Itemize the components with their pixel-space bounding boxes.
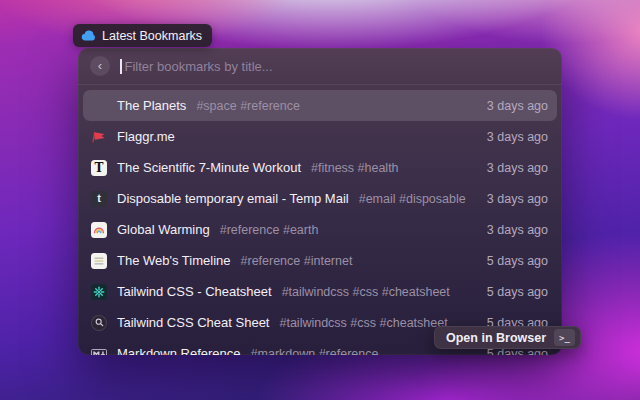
bookmark-tags: #reference #earth <box>220 223 319 237</box>
bookmark-row[interactable]: Flaggr.me 3 days ago <box>83 121 557 152</box>
bookmark-tags: #reference #internet <box>241 254 353 268</box>
tempmail-favicon: t <box>91 191 107 207</box>
timeline-favicon <box>91 253 107 269</box>
bookmark-row[interactable]: Global Warming #reference #earth 3 days … <box>83 214 557 245</box>
open-in-browser-button[interactable]: Open in Browser >_ <box>434 326 581 349</box>
bookmark-title: Markdown Reference <box>117 346 241 355</box>
bookmark-time: 3 days ago <box>487 161 548 175</box>
bookmark-tags: #space #reference <box>196 99 300 113</box>
flag-icon <box>91 129 107 145</box>
back-button[interactable]: ‹ <box>90 56 110 76</box>
bookmark-time: 3 days ago <box>487 223 548 237</box>
bookmark-time: 3 days ago <box>487 192 548 206</box>
bookmark-time: 3 days ago <box>487 130 548 144</box>
text-cursor <box>120 59 122 74</box>
search-bar: ‹ Filter bookmarks by title... <box>78 48 562 85</box>
bookmark-title: Tailwind CSS Cheat Sheet <box>117 315 269 330</box>
nyt-favicon: T <box>91 160 107 176</box>
chevron-left-icon: ‹ <box>98 59 102 72</box>
bookmark-tags: #email #disposable <box>359 192 466 206</box>
bookmark-favicon <box>91 284 107 300</box>
bookmark-row[interactable]: Tailwind CSS - Cheatsheet #tailwindcss #… <box>83 276 557 307</box>
bookmark-favicon <box>91 253 107 269</box>
bookmark-time: 5 days ago <box>487 285 548 299</box>
bookmark-time: 3 days ago <box>487 99 548 113</box>
cloud-icon <box>81 30 96 41</box>
bookmark-row[interactable]: The Planets #space #reference 3 days ago <box>83 90 557 121</box>
bookmark-tags: #tailwindcss #css #cheatsheet <box>279 316 447 330</box>
bookmark-title: The Scientific 7-Minute Workout <box>117 160 301 175</box>
bookmark-title: Disposable temporary email - Temp Mail <box>117 191 349 206</box>
bookmark-favicon <box>91 346 107 356</box>
bookmark-favicon <box>91 315 107 331</box>
bookmark-tags: #fitness #health <box>311 161 399 175</box>
bookmark-favicon <box>91 98 107 114</box>
markdown-favicon <box>91 349 107 356</box>
bookmark-favicon: T <box>91 160 107 176</box>
bookmark-list[interactable]: The Planets #space #reference 3 days ago… <box>78 85 562 355</box>
tailwind-flower-favicon <box>91 284 107 300</box>
command-badge-label: Latest Bookmarks <box>102 29 202 43</box>
bookmark-title: Flaggr.me <box>117 129 175 144</box>
bookmark-row[interactable]: t Disposable temporary email - Temp Mail… <box>83 183 557 214</box>
search-input[interactable]: Filter bookmarks by title... <box>120 59 550 74</box>
bookmarks-panel: ‹ Filter bookmarks by title... The Plane… <box>78 48 562 355</box>
bookmark-time: 5 days ago <box>487 254 548 268</box>
bookmark-favicon <box>91 129 107 145</box>
command-badge: Latest Bookmarks <box>73 24 212 47</box>
bookmark-row[interactable]: T The Scientific 7-Minute Workout #fitne… <box>83 152 557 183</box>
bookmark-title: The Planets <box>117 98 186 113</box>
bookmark-row[interactable]: The Web's Timeline #reference #internet … <box>83 245 557 276</box>
open-in-browser-label: Open in Browser <box>446 331 546 345</box>
bookmark-favicon: t <box>91 191 107 207</box>
bookmark-tags: #markdown #reference <box>251 347 379 356</box>
magnifier-favicon <box>91 315 107 331</box>
bookmark-title: The Web's Timeline <box>117 253 231 268</box>
rainbow-favicon <box>91 222 107 238</box>
search-placeholder: Filter bookmarks by title... <box>123 59 273 74</box>
bookmark-title: Tailwind CSS - Cheatsheet <box>117 284 272 299</box>
return-key-hint: >_ <box>554 329 575 346</box>
bookmark-title: Global Warming <box>117 222 210 237</box>
bookmark-favicon <box>91 222 107 238</box>
bookmark-tags: #tailwindcss #css #cheatsheet <box>282 285 450 299</box>
